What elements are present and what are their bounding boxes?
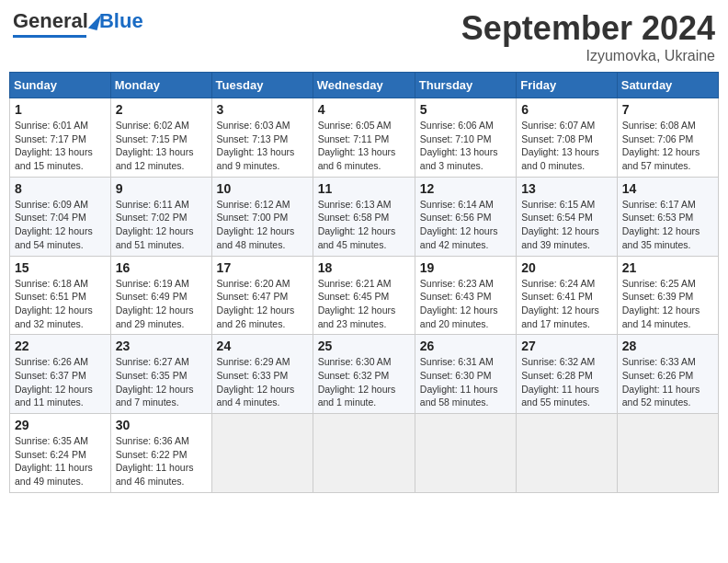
calendar-cell: 30Sunrise: 6:36 AMSunset: 6:22 PMDayligh…	[110, 414, 211, 493]
day-info: Sunrise: 6:24 AMSunset: 6:41 PMDaylight:…	[521, 277, 612, 331]
calendar-cell: 25Sunrise: 6:30 AMSunset: 6:32 PMDayligh…	[313, 335, 415, 414]
day-info: Sunrise: 6:36 AMSunset: 6:22 PMDaylight:…	[116, 434, 207, 488]
calendar-cell: 8Sunrise: 6:09 AMSunset: 7:04 PMDaylight…	[10, 177, 111, 256]
calendar-cell: 16Sunrise: 6:19 AMSunset: 6:49 PMDayligh…	[110, 256, 211, 335]
day-number: 23	[116, 339, 207, 353]
logo-underline	[13, 35, 86, 38]
day-number: 19	[420, 260, 511, 275]
day-info: Sunrise: 6:17 AMSunset: 6:53 PMDaylight:…	[622, 198, 713, 252]
day-info: Sunrise: 6:05 AMSunset: 7:11 PMDaylight:…	[318, 119, 410, 173]
day-number: 10	[217, 181, 308, 196]
calendar-cell: 15Sunrise: 6:18 AMSunset: 6:51 PMDayligh…	[10, 256, 111, 335]
weekday-header: Wednesday	[313, 73, 415, 98]
calendar-cell: 12Sunrise: 6:14 AMSunset: 6:56 PMDayligh…	[415, 177, 516, 256]
day-number: 5	[420, 102, 511, 117]
calendar-cell: 23Sunrise: 6:27 AMSunset: 6:35 PMDayligh…	[110, 335, 211, 414]
calendar-cell	[415, 414, 516, 493]
day-info: Sunrise: 6:08 AMSunset: 7:06 PMDaylight:…	[622, 119, 713, 173]
calendar-cell: 10Sunrise: 6:12 AMSunset: 7:00 PMDayligh…	[211, 177, 313, 256]
calendar-cell	[313, 414, 415, 493]
calendar-cell: 27Sunrise: 6:32 AMSunset: 6:28 PMDayligh…	[517, 335, 618, 414]
day-number: 29	[15, 418, 106, 432]
day-number: 18	[318, 260, 410, 275]
day-info: Sunrise: 6:21 AMSunset: 6:45 PMDaylight:…	[318, 277, 410, 331]
day-info: Sunrise: 6:23 AMSunset: 6:43 PMDaylight:…	[420, 277, 511, 331]
day-number: 3	[217, 102, 308, 117]
day-number: 16	[116, 260, 207, 275]
month-title: September 2024	[461, 9, 715, 48]
calendar-cell: 1Sunrise: 6:01 AMSunset: 7:17 PMDaylight…	[10, 98, 111, 178]
calendar-cell: 6Sunrise: 6:07 AMSunset: 7:08 PMDaylight…	[517, 98, 618, 178]
calendar-cell: 26Sunrise: 6:31 AMSunset: 6:30 PMDayligh…	[415, 335, 516, 414]
weekday-header: Thursday	[415, 73, 516, 98]
day-number: 8	[15, 181, 106, 196]
calendar-cell: 11Sunrise: 6:13 AMSunset: 6:58 PMDayligh…	[313, 177, 415, 256]
week-row: 8Sunrise: 6:09 AMSunset: 7:04 PMDaylight…	[10, 177, 719, 256]
day-info: Sunrise: 6:13 AMSunset: 6:58 PMDaylight:…	[318, 198, 410, 252]
week-row: 15Sunrise: 6:18 AMSunset: 6:51 PMDayligh…	[10, 256, 719, 335]
day-number: 20	[521, 260, 612, 275]
day-number: 2	[116, 102, 207, 117]
day-info: Sunrise: 6:06 AMSunset: 7:10 PMDaylight:…	[420, 119, 511, 173]
weekday-header: Sunday	[10, 73, 111, 98]
logo-general-text: General	[13, 9, 88, 33]
day-info: Sunrise: 6:02 AMSunset: 7:15 PMDaylight:…	[116, 119, 207, 173]
day-number: 28	[622, 339, 713, 353]
calendar-cell: 4Sunrise: 6:05 AMSunset: 7:11 PMDaylight…	[313, 98, 415, 178]
day-number: 30	[116, 418, 207, 432]
weekday-header: Monday	[110, 73, 211, 98]
calendar-cell	[211, 414, 313, 493]
day-info: Sunrise: 6:18 AMSunset: 6:51 PMDaylight:…	[15, 277, 106, 331]
calendar-cell: 28Sunrise: 6:33 AMSunset: 6:26 PMDayligh…	[617, 335, 718, 414]
title-area: September 2024 Izyumovka, Ukraine	[461, 9, 715, 64]
day-info: Sunrise: 6:19 AMSunset: 6:49 PMDaylight:…	[116, 277, 207, 331]
day-number: 26	[420, 339, 511, 353]
calendar-cell: 7Sunrise: 6:08 AMSunset: 7:06 PMDaylight…	[617, 98, 718, 178]
calendar-cell: 20Sunrise: 6:24 AMSunset: 6:41 PMDayligh…	[517, 256, 618, 335]
calendar-cell: 17Sunrise: 6:20 AMSunset: 6:47 PMDayligh…	[211, 256, 313, 335]
day-info: Sunrise: 6:14 AMSunset: 6:56 PMDaylight:…	[420, 198, 511, 252]
day-info: Sunrise: 6:03 AMSunset: 7:13 PMDaylight:…	[217, 119, 308, 173]
day-number: 21	[622, 260, 713, 275]
weekday-header-row: SundayMondayTuesdayWednesdayThursdayFrid…	[10, 73, 719, 98]
weekday-header: Tuesday	[211, 73, 313, 98]
calendar-cell: 14Sunrise: 6:17 AMSunset: 6:53 PMDayligh…	[617, 177, 718, 256]
day-info: Sunrise: 6:33 AMSunset: 6:26 PMDaylight:…	[622, 355, 713, 409]
logo: General Blue	[13, 9, 143, 38]
day-number: 13	[521, 181, 612, 196]
day-number: 24	[217, 339, 308, 353]
calendar-cell: 19Sunrise: 6:23 AMSunset: 6:43 PMDayligh…	[415, 256, 516, 335]
day-info: Sunrise: 6:25 AMSunset: 6:39 PMDaylight:…	[622, 277, 713, 331]
day-info: Sunrise: 6:20 AMSunset: 6:47 PMDaylight:…	[217, 277, 308, 331]
weekday-header: Friday	[517, 73, 618, 98]
day-number: 15	[15, 260, 106, 275]
logo-blue-text: Blue	[99, 9, 143, 33]
calendar-cell: 24Sunrise: 6:29 AMSunset: 6:33 PMDayligh…	[211, 335, 313, 414]
day-info: Sunrise: 6:26 AMSunset: 6:37 PMDaylight:…	[15, 355, 106, 409]
week-row: 1Sunrise: 6:01 AMSunset: 7:17 PMDaylight…	[10, 98, 719, 178]
week-row: 29Sunrise: 6:35 AMSunset: 6:24 PMDayligh…	[10, 414, 719, 493]
day-number: 14	[622, 181, 713, 196]
calendar-cell: 29Sunrise: 6:35 AMSunset: 6:24 PMDayligh…	[10, 414, 111, 493]
day-info: Sunrise: 6:30 AMSunset: 6:32 PMDaylight:…	[318, 355, 410, 409]
day-info: Sunrise: 6:01 AMSunset: 7:17 PMDaylight:…	[15, 119, 106, 173]
day-info: Sunrise: 6:31 AMSunset: 6:30 PMDaylight:…	[420, 355, 511, 409]
day-info: Sunrise: 6:09 AMSunset: 7:04 PMDaylight:…	[15, 198, 106, 252]
day-info: Sunrise: 6:12 AMSunset: 7:00 PMDaylight:…	[217, 198, 308, 252]
day-number: 7	[622, 102, 713, 117]
day-info: Sunrise: 6:15 AMSunset: 6:54 PMDaylight:…	[521, 198, 612, 252]
calendar-cell: 5Sunrise: 6:06 AMSunset: 7:10 PMDaylight…	[415, 98, 516, 178]
week-row: 22Sunrise: 6:26 AMSunset: 6:37 PMDayligh…	[10, 335, 719, 414]
day-number: 25	[318, 339, 410, 353]
day-number: 12	[420, 181, 511, 196]
day-info: Sunrise: 6:11 AMSunset: 7:02 PMDaylight:…	[116, 198, 207, 252]
calendar-cell: 13Sunrise: 6:15 AMSunset: 6:54 PMDayligh…	[517, 177, 618, 256]
day-info: Sunrise: 6:29 AMSunset: 6:33 PMDaylight:…	[217, 355, 308, 409]
calendar-cell	[617, 414, 718, 493]
calendar-cell: 9Sunrise: 6:11 AMSunset: 7:02 PMDaylight…	[110, 177, 211, 256]
day-number: 1	[15, 102, 106, 117]
calendar-cell: 21Sunrise: 6:25 AMSunset: 6:39 PMDayligh…	[617, 256, 718, 335]
calendar-cell: 22Sunrise: 6:26 AMSunset: 6:37 PMDayligh…	[10, 335, 111, 414]
location-text: Izyumovka, Ukraine	[461, 48, 715, 64]
calendar-cell: 2Sunrise: 6:02 AMSunset: 7:15 PMDaylight…	[110, 98, 211, 178]
